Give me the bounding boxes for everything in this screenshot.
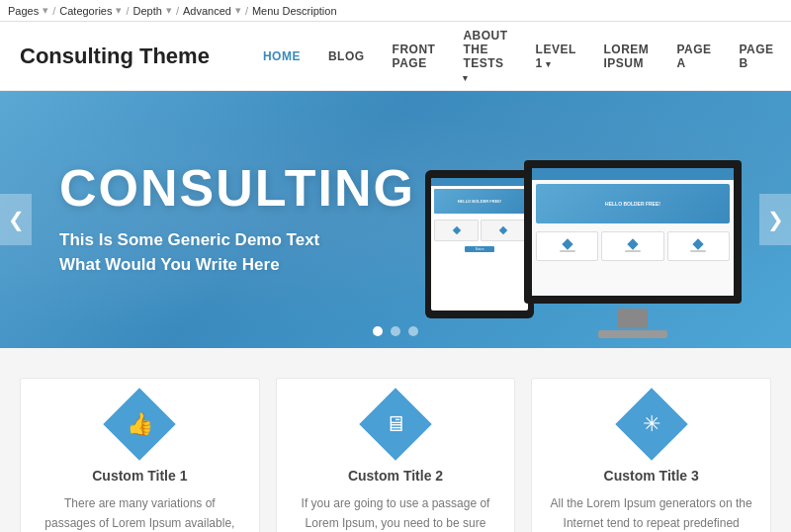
feature-icon-wrap-1: 👍 bbox=[104, 388, 177, 461]
nav-level1-link[interactable]: LEVEL 1 bbox=[522, 35, 590, 78]
admin-menu-desc[interactable]: Menu Description bbox=[252, 5, 337, 17]
nav-about-tests[interactable]: ABOUT THE TESTS bbox=[449, 21, 521, 92]
nav-home[interactable]: HOME bbox=[249, 42, 314, 71]
admin-slash2: / bbox=[126, 5, 129, 17]
nav-home-link[interactable]: HOME bbox=[249, 42, 314, 71]
hero-subtext: This Is Some Generic Demo Text What Woul… bbox=[59, 227, 415, 278]
nav-lorem-ipsum[interactable]: LOREM IPSUM bbox=[590, 35, 663, 78]
monitor-mockup: HELLO BOLDER FREE! bbox=[514, 160, 751, 338]
feature-card-2: 🖥 Custom Title 2 If you are going to use… bbox=[276, 378, 516, 532]
feature-card-3: ✳ Custom Title 3 All the Lorem Ipsum gen… bbox=[531, 378, 771, 532]
features-section: 👍 Custom Title 1 There are many variatio… bbox=[0, 348, 791, 532]
feature-title-1: Custom Title 1 bbox=[39, 468, 241, 484]
site-logo: Consulting Theme bbox=[20, 44, 210, 69]
monitor-stand bbox=[618, 309, 648, 328]
nav-page-a-link[interactable]: PAGE A bbox=[662, 35, 725, 78]
nav-lorem-ipsum-link[interactable]: LOREM IPSUM bbox=[590, 35, 663, 78]
feature-title-2: Custom Title 2 bbox=[295, 468, 497, 484]
feature-icon-2: 🖥 bbox=[385, 411, 406, 437]
slider-dot-1[interactable] bbox=[373, 326, 383, 336]
admin-bar: Pages ▾ / Categories ▾ / Depth ▾ / Advan… bbox=[0, 0, 791, 22]
feature-text-2: If you are going to use a passage of Lor… bbox=[295, 493, 497, 532]
admin-slash4: / bbox=[245, 5, 248, 17]
admin-sep4: ▾ bbox=[235, 4, 241, 17]
nav-blog[interactable]: BLOG bbox=[314, 42, 379, 71]
nav-front-page-link[interactable]: FRONT PAGE bbox=[379, 35, 450, 78]
hero-text: CONSULTING This Is Some Generic Demo Tex… bbox=[0, 162, 415, 278]
monitor-base bbox=[598, 330, 667, 338]
monitor-screen-inner: HELLO BOLDER FREE! bbox=[532, 168, 734, 296]
nav-level1[interactable]: LEVEL 1 bbox=[522, 35, 590, 78]
hero-section: ❮ CONSULTING This Is Some Generic Demo T… bbox=[0, 91, 791, 348]
hero-devices: HELLO BOLDER FREE! Button HELLO BOLDER F… bbox=[425, 111, 761, 348]
admin-slash1: / bbox=[52, 5, 55, 17]
nav-front-page[interactable]: FRONT PAGE bbox=[379, 35, 450, 78]
slider-prev-button[interactable]: ❮ bbox=[0, 194, 32, 245]
admin-slash3: / bbox=[176, 5, 179, 17]
feature-title-3: Custom Title 3 bbox=[550, 468, 752, 484]
admin-pages[interactable]: Pages bbox=[8, 5, 39, 17]
feature-icon-wrap-2: 🖥 bbox=[359, 388, 432, 461]
slider-next-button[interactable]: ❯ bbox=[759, 194, 791, 245]
site-nav: HOME BLOG FRONT PAGE ABOUT THE TESTS LEV… bbox=[249, 21, 788, 92]
feature-text-1: There are many variations of passages of… bbox=[39, 493, 241, 532]
feature-icon-3: ✳ bbox=[643, 411, 660, 437]
admin-sep2: ▾ bbox=[116, 4, 122, 17]
monitor-screen: HELLO BOLDER FREE! bbox=[524, 160, 742, 304]
admin-sep3: ▾ bbox=[166, 4, 172, 17]
site-header: Consulting Theme HOME BLOG FRONT PAGE AB… bbox=[0, 22, 791, 91]
feature-text-3: All the Lorem Ipsum generators on the In… bbox=[550, 493, 752, 532]
feature-icon-1: 👍 bbox=[127, 411, 153, 437]
nav-blog-link[interactable]: BLOG bbox=[314, 42, 379, 71]
slider-dot-2[interactable] bbox=[391, 326, 400, 336]
nav-page-a[interactable]: PAGE A bbox=[662, 35, 725, 78]
admin-depth[interactable]: Depth bbox=[133, 5, 162, 17]
slider-dots bbox=[373, 326, 418, 336]
admin-sep1: ▾ bbox=[43, 4, 48, 17]
nav-page-b[interactable]: PAGE B bbox=[726, 35, 788, 78]
admin-categories[interactable]: Categories bbox=[59, 5, 112, 17]
feature-card-1: 👍 Custom Title 1 There are many variatio… bbox=[20, 378, 260, 532]
nav-page-b-link[interactable]: PAGE B bbox=[726, 35, 788, 78]
hero-heading: CONSULTING bbox=[59, 162, 415, 214]
feature-icon-wrap-3: ✳ bbox=[615, 388, 688, 461]
slider-dot-3[interactable] bbox=[408, 326, 418, 336]
nav-about-tests-link[interactable]: ABOUT THE TESTS bbox=[449, 21, 521, 92]
admin-advanced[interactable]: Advanced bbox=[183, 5, 231, 17]
